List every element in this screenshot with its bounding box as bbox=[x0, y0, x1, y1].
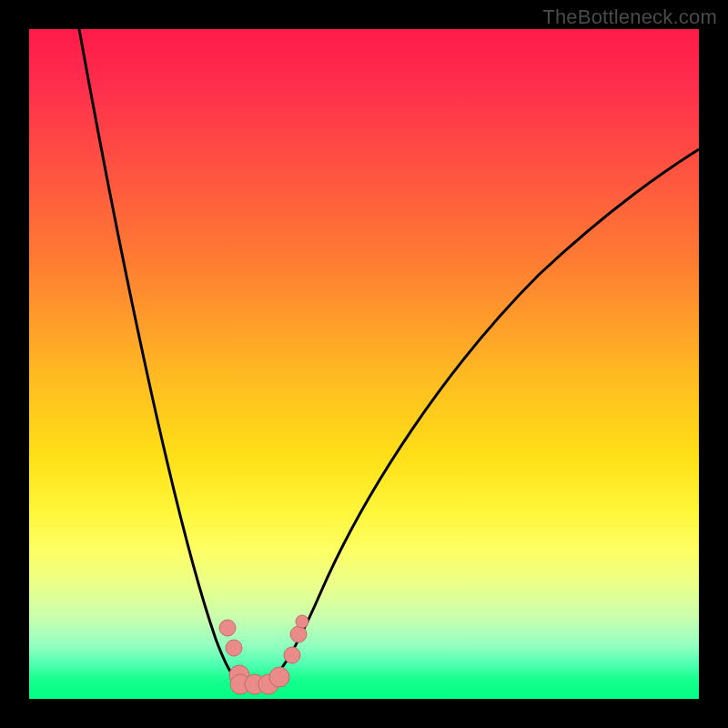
bottleneck-curve bbox=[79, 29, 699, 686]
chart-frame: TheBottleneck.com bbox=[0, 0, 728, 728]
data-marker bbox=[219, 620, 236, 636]
plot-area bbox=[29, 29, 699, 699]
data-marker bbox=[269, 667, 289, 687]
data-marker bbox=[296, 615, 308, 628]
bottleneck-chart bbox=[29, 29, 699, 699]
data-marker bbox=[284, 647, 300, 663]
data-marker bbox=[226, 640, 242, 656]
watermark-text: TheBottleneck.com bbox=[542, 5, 717, 29]
data-marker bbox=[290, 626, 307, 642]
marker-group bbox=[219, 615, 308, 694]
